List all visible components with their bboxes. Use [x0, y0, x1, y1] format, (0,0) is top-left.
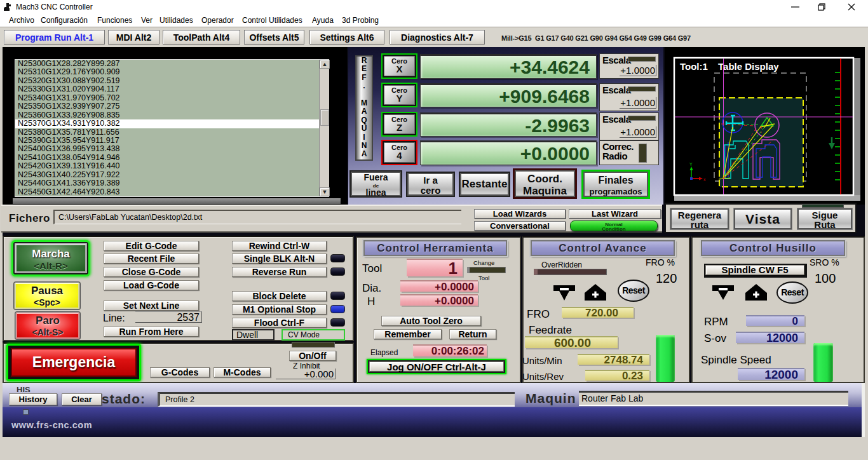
svg-text:Y: Y [689, 162, 693, 166]
svg-text:Table Display: Table Display [718, 61, 779, 72]
svg-text:x: x [703, 177, 706, 182]
svg-text:Tool:1: Tool:1 [680, 61, 708, 72]
